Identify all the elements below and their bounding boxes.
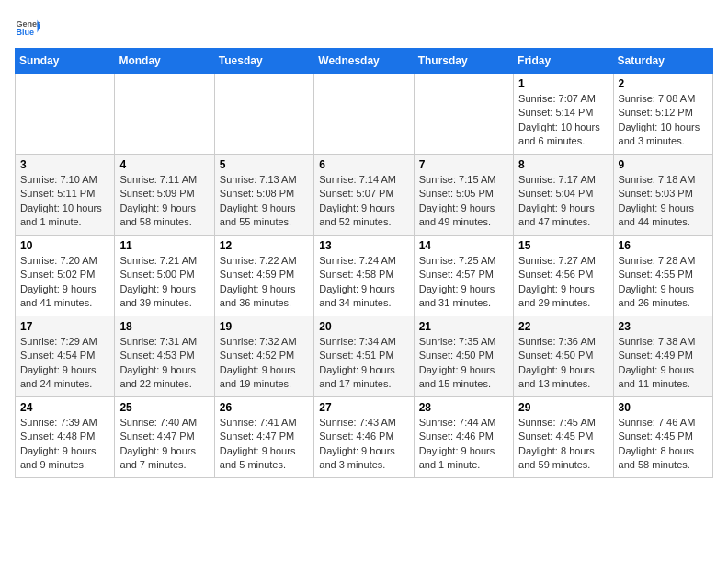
calendar-day-cell: 6Sunrise: 7:14 AM Sunset: 5:07 PM Daylig… — [314, 155, 414, 236]
day-number: 3 — [20, 158, 109, 171]
day-number: 9 — [619, 158, 708, 171]
day-number: 11 — [119, 239, 209, 252]
weekday-header-row: SundayMondayTuesdayWednesdayThursdayFrid… — [16, 49, 713, 74]
day-info: Sunrise: 7:31 AM Sunset: 4:53 PM Dayligh… — [119, 335, 209, 392]
calendar-day-cell: 28Sunrise: 7:44 AM Sunset: 4:46 PM Dayli… — [414, 397, 513, 478]
calendar-day-cell: 18Sunrise: 7:31 AM Sunset: 4:53 PM Dayli… — [115, 316, 214, 397]
day-number: 12 — [220, 239, 309, 252]
day-info: Sunrise: 7:45 AM Sunset: 4:45 PM Dayligh… — [518, 416, 608, 473]
day-number: 25 — [119, 401, 209, 414]
day-number: 7 — [419, 158, 508, 171]
calendar-day-cell: 25Sunrise: 7:40 AM Sunset: 4:47 PM Dayli… — [115, 397, 214, 478]
day-number: 4 — [119, 158, 209, 171]
weekday-header-thursday: Thursday — [414, 49, 513, 74]
day-info: Sunrise: 7:36 AM Sunset: 4:50 PM Dayligh… — [518, 335, 608, 392]
day-info: Sunrise: 7:29 AM Sunset: 4:54 PM Dayligh… — [20, 335, 109, 392]
calendar-day-cell: 10Sunrise: 7:20 AM Sunset: 5:02 PM Dayli… — [16, 236, 115, 316]
calendar-week-row: 10Sunrise: 7:20 AM Sunset: 5:02 PM Dayli… — [16, 236, 713, 316]
calendar-day-cell — [314, 74, 414, 155]
day-info: Sunrise: 7:24 AM Sunset: 4:58 PM Dayligh… — [319, 254, 408, 311]
day-info: Sunrise: 7:21 AM Sunset: 5:00 PM Dayligh… — [119, 254, 209, 311]
day-number: 13 — [319, 239, 408, 252]
day-info: Sunrise: 7:11 AM Sunset: 5:09 PM Dayligh… — [119, 173, 209, 230]
logo-icon: General Blue — [15, 15, 40, 40]
day-info: Sunrise: 7:22 AM Sunset: 4:59 PM Dayligh… — [220, 254, 309, 311]
day-number: 28 — [419, 401, 508, 414]
weekday-header-monday: Monday — [115, 49, 214, 74]
calendar-day-cell: 21Sunrise: 7:35 AM Sunset: 4:50 PM Dayli… — [414, 316, 513, 397]
calendar-week-row: 1Sunrise: 7:07 AM Sunset: 5:14 PM Daylig… — [16, 74, 713, 155]
day-info: Sunrise: 7:38 AM Sunset: 4:49 PM Dayligh… — [619, 335, 708, 392]
calendar-day-cell — [414, 74, 513, 155]
day-number: 21 — [419, 320, 508, 333]
calendar-day-cell: 26Sunrise: 7:41 AM Sunset: 4:47 PM Dayli… — [214, 397, 313, 478]
calendar-day-cell: 16Sunrise: 7:28 AM Sunset: 4:55 PM Dayli… — [613, 236, 712, 316]
day-number: 1 — [518, 77, 608, 90]
day-number: 22 — [518, 320, 608, 333]
calendar-day-cell: 15Sunrise: 7:27 AM Sunset: 4:56 PM Dayli… — [514, 236, 613, 316]
calendar-day-cell: 13Sunrise: 7:24 AM Sunset: 4:58 PM Dayli… — [314, 236, 414, 316]
day-number: 5 — [220, 158, 309, 171]
calendar-day-cell: 24Sunrise: 7:39 AM Sunset: 4:48 PM Dayli… — [16, 397, 115, 478]
svg-text:General: General — [16, 19, 40, 29]
day-info: Sunrise: 7:10 AM Sunset: 5:11 PM Dayligh… — [20, 173, 109, 230]
day-number: 17 — [20, 320, 109, 333]
calendar-day-cell: 19Sunrise: 7:32 AM Sunset: 4:52 PM Dayli… — [214, 316, 313, 397]
calendar-table: SundayMondayTuesdayWednesdayThursdayFrid… — [15, 48, 713, 478]
calendar-day-cell: 3Sunrise: 7:10 AM Sunset: 5:11 PM Daylig… — [16, 155, 115, 236]
day-info: Sunrise: 7:28 AM Sunset: 4:55 PM Dayligh… — [619, 254, 708, 311]
day-info: Sunrise: 7:18 AM Sunset: 5:03 PM Dayligh… — [619, 173, 708, 230]
day-number: 6 — [319, 158, 408, 171]
weekday-header-tuesday: Tuesday — [214, 49, 313, 74]
calendar-day-cell: 5Sunrise: 7:13 AM Sunset: 5:08 PM Daylig… — [214, 155, 313, 236]
day-info: Sunrise: 7:17 AM Sunset: 5:04 PM Dayligh… — [518, 173, 608, 230]
calendar-day-cell: 30Sunrise: 7:46 AM Sunset: 4:45 PM Dayli… — [613, 397, 712, 478]
calendar-day-cell: 2Sunrise: 7:08 AM Sunset: 5:12 PM Daylig… — [613, 74, 712, 155]
day-number: 19 — [220, 320, 309, 333]
calendar-day-cell: 20Sunrise: 7:34 AM Sunset: 4:51 PM Dayli… — [314, 316, 414, 397]
day-number: 14 — [419, 239, 508, 252]
calendar-day-cell — [16, 74, 115, 155]
calendar-day-cell — [214, 74, 313, 155]
day-number: 16 — [619, 239, 708, 252]
day-number: 10 — [20, 239, 109, 252]
day-info: Sunrise: 7:44 AM Sunset: 4:46 PM Dayligh… — [419, 416, 508, 473]
day-number: 2 — [619, 77, 708, 90]
logo: General Blue — [15, 15, 44, 40]
day-number: 15 — [518, 239, 608, 252]
day-info: Sunrise: 7:13 AM Sunset: 5:08 PM Dayligh… — [220, 173, 309, 230]
calendar-day-cell: 17Sunrise: 7:29 AM Sunset: 4:54 PM Dayli… — [16, 316, 115, 397]
day-info: Sunrise: 7:15 AM Sunset: 5:05 PM Dayligh… — [419, 173, 508, 230]
calendar-day-cell: 22Sunrise: 7:36 AM Sunset: 4:50 PM Dayli… — [514, 316, 613, 397]
weekday-header-saturday: Saturday — [613, 49, 712, 74]
calendar-day-cell: 1Sunrise: 7:07 AM Sunset: 5:14 PM Daylig… — [514, 74, 613, 155]
day-number: 24 — [20, 401, 109, 414]
calendar-day-cell: 11Sunrise: 7:21 AM Sunset: 5:00 PM Dayli… — [115, 236, 214, 316]
day-info: Sunrise: 7:08 AM Sunset: 5:12 PM Dayligh… — [619, 92, 708, 149]
calendar-week-row: 3Sunrise: 7:10 AM Sunset: 5:11 PM Daylig… — [16, 155, 713, 236]
day-info: Sunrise: 7:35 AM Sunset: 4:50 PM Dayligh… — [419, 335, 508, 392]
day-info: Sunrise: 7:20 AM Sunset: 5:02 PM Dayligh… — [20, 254, 109, 311]
calendar-day-cell: 23Sunrise: 7:38 AM Sunset: 4:49 PM Dayli… — [613, 316, 712, 397]
day-number: 8 — [518, 158, 608, 171]
calendar-day-cell: 14Sunrise: 7:25 AM Sunset: 4:57 PM Dayli… — [414, 236, 513, 316]
day-number: 29 — [518, 401, 608, 414]
day-info: Sunrise: 7:27 AM Sunset: 4:56 PM Dayligh… — [518, 254, 608, 311]
calendar-day-cell: 8Sunrise: 7:17 AM Sunset: 5:04 PM Daylig… — [514, 155, 613, 236]
weekday-header-wednesday: Wednesday — [314, 49, 414, 74]
day-info: Sunrise: 7:40 AM Sunset: 4:47 PM Dayligh… — [119, 416, 209, 473]
calendar-day-cell: 29Sunrise: 7:45 AM Sunset: 4:45 PM Dayli… — [514, 397, 613, 478]
calendar-day-cell: 12Sunrise: 7:22 AM Sunset: 4:59 PM Dayli… — [214, 236, 313, 316]
day-number: 27 — [319, 401, 408, 414]
calendar-week-row: 24Sunrise: 7:39 AM Sunset: 4:48 PM Dayli… — [16, 397, 713, 478]
calendar-day-cell: 9Sunrise: 7:18 AM Sunset: 5:03 PM Daylig… — [613, 155, 712, 236]
day-info: Sunrise: 7:34 AM Sunset: 4:51 PM Dayligh… — [319, 335, 408, 392]
calendar-day-cell — [115, 74, 214, 155]
day-info: Sunrise: 7:25 AM Sunset: 4:57 PM Dayligh… — [419, 254, 508, 311]
day-number: 26 — [220, 401, 309, 414]
calendar-day-cell: 27Sunrise: 7:43 AM Sunset: 4:46 PM Dayli… — [314, 397, 414, 478]
page-header: General Blue — [15, 15, 713, 40]
day-number: 30 — [619, 401, 708, 414]
weekday-header-sunday: Sunday — [16, 49, 115, 74]
day-info: Sunrise: 7:14 AM Sunset: 5:07 PM Dayligh… — [319, 173, 408, 230]
